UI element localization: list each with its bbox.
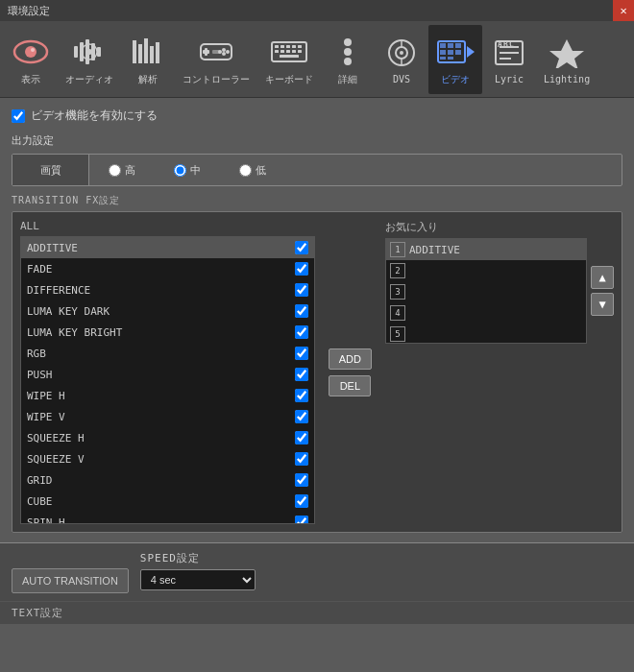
effect-name: LUMA KEY BRIGHT: [27, 326, 295, 339]
effect-row[interactable]: WIPE H: [21, 385, 314, 406]
fav-row[interactable]: 4: [386, 302, 586, 324]
all-label: ALL: [20, 220, 315, 232]
svg-text:C: C: [509, 40, 514, 49]
effect-checkbox[interactable]: [295, 241, 308, 254]
toolbar-label-audio: オーディオ: [65, 73, 113, 86]
effect-checkbox[interactable]: [295, 516, 308, 524]
effect-row[interactable]: SPIN H: [21, 512, 314, 524]
effect-name: RGB: [27, 348, 295, 360]
effect-row[interactable]: RGB: [21, 343, 314, 364]
video-enable-label[interactable]: ビデオ機能を有効にする: [31, 108, 158, 124]
svg-rect-46: [455, 43, 461, 48]
svg-rect-25: [280, 45, 284, 48]
fav-row[interactable]: 2: [386, 260, 586, 281]
dvs-icon: [382, 34, 421, 72]
controller-icon: [197, 33, 235, 71]
effect-checkbox[interactable]: [295, 325, 308, 339]
transition-fx-box: ALL ADDITIVEFADEDIFFERENCELUMA KEY DARKL…: [12, 211, 622, 533]
video-enable-checkbox[interactable]: [12, 109, 25, 123]
effect-row[interactable]: LUMA KEY DARK: [21, 300, 314, 322]
svg-rect-17: [203, 50, 209, 54]
effect-name: GRID: [27, 474, 295, 487]
radio-mid-label[interactable]: 中: [190, 163, 201, 178]
radio-high[interactable]: 高: [89, 155, 155, 185]
effect-row[interactable]: ADDITIVE: [21, 237, 314, 258]
keyboard-icon: [270, 33, 308, 71]
add-button[interactable]: ADD: [329, 348, 372, 370]
text-settings-label: TEXT設定: [12, 607, 64, 619]
effect-row[interactable]: CUBE: [21, 491, 314, 512]
svg-text:A: A: [498, 40, 502, 49]
effect-checkbox[interactable]: [295, 431, 308, 444]
radio-high-label[interactable]: 高: [125, 163, 135, 178]
effect-name: CUBE: [27, 495, 295, 508]
effect-checkbox[interactable]: [295, 262, 308, 276]
effect-checkbox[interactable]: [295, 410, 308, 423]
fav-num: 4: [390, 305, 405, 321]
fav-header: お気に入り: [385, 220, 614, 234]
speed-select[interactable]: 4 sec: [140, 569, 256, 590]
audio-icon: [70, 33, 109, 71]
fav-row[interactable]: 5: [386, 324, 586, 345]
title-bar: 環境設定 ✕: [0, 0, 634, 21]
toolbar-item-analyze[interactable]: 解析: [121, 25, 175, 94]
svg-point-21: [222, 52, 226, 56]
effect-name: ADDITIVE: [27, 242, 295, 254]
svg-text:B: B: [503, 40, 508, 49]
effects-list[interactable]: ADDITIVEFADEDIFFERENCELUMA KEY DARKLUMA …: [20, 236, 315, 524]
effect-checkbox[interactable]: [295, 389, 308, 402]
radio-low-label[interactable]: 低: [256, 163, 266, 178]
toolbar-item-controller[interactable]: コントローラー: [175, 25, 257, 94]
effect-checkbox[interactable]: [295, 452, 308, 466]
svg-point-2: [31, 48, 35, 52]
effect-checkbox[interactable]: [295, 368, 308, 381]
svg-point-19: [226, 50, 230, 54]
effect-row[interactable]: WIPE V: [21, 406, 314, 427]
auto-transition-button[interactable]: AUTO TRANSITION: [12, 568, 129, 593]
toolbar-item-lyric[interactable]: A B C Lyric: [482, 25, 536, 94]
toolbar-item-keyboard[interactable]: キーボード: [257, 25, 321, 94]
toolbar-label-analyze: 解析: [138, 73, 158, 86]
radio-low[interactable]: 低: [220, 155, 285, 185]
close-button[interactable]: ✕: [613, 0, 634, 21]
toolbar: 表示 オーディオ 解析: [0, 21, 634, 98]
effect-checkbox[interactable]: [295, 283, 308, 297]
svg-rect-47: [440, 50, 446, 55]
effect-row[interactable]: SQUEEZE H: [21, 427, 314, 448]
svg-point-36: [344, 48, 352, 56]
toolbar-item-video[interactable]: ビデオ: [428, 25, 482, 94]
svg-rect-48: [448, 50, 453, 55]
arrow-down-button[interactable]: ▼: [591, 293, 614, 316]
radio-mid[interactable]: 中: [155, 155, 220, 185]
effect-row[interactable]: GRID: [21, 469, 314, 491]
toolbar-label-controller: コントローラー: [183, 73, 250, 86]
svg-rect-30: [280, 50, 284, 53]
toolbar-item-audio[interactable]: オーディオ: [58, 25, 121, 94]
fav-list[interactable]: 1ADDITIVE2345: [385, 238, 587, 344]
toolbar-item-lighting[interactable]: Lighting: [536, 25, 597, 94]
effect-row[interactable]: PUSH: [21, 364, 314, 385]
fav-num: 5: [390, 326, 405, 342]
effect-row[interactable]: FADE: [21, 258, 314, 279]
effect-checkbox[interactable]: [295, 304, 308, 318]
toolbar-item-display[interactable]: 表示: [4, 25, 58, 94]
svg-marker-60: [549, 39, 584, 68]
toolbar-item-dvs[interactable]: DVS: [375, 25, 428, 94]
svg-rect-27: [292, 45, 296, 48]
effect-row[interactable]: LUMA KEY BRIGHT: [21, 322, 314, 343]
effect-row[interactable]: DIFFERENCE: [21, 279, 314, 300]
del-button[interactable]: DEL: [329, 375, 371, 396]
effect-checkbox[interactable]: [295, 347, 308, 360]
eye-icon: [12, 33, 50, 71]
fav-row[interactable]: 3: [386, 281, 586, 302]
title-bar-text: 環境設定: [8, 4, 50, 18]
effect-row[interactable]: SQUEEZE V: [21, 448, 314, 469]
arrow-up-button[interactable]: ▲: [591, 266, 614, 289]
svg-rect-13: [150, 46, 154, 63]
effect-checkbox[interactable]: [295, 494, 308, 508]
toolbar-item-detail[interactable]: 詳細: [321, 25, 375, 94]
fav-row[interactable]: 1ADDITIVE: [386, 239, 586, 260]
effect-name: SQUEEZE H: [27, 432, 295, 444]
effect-checkbox[interactable]: [295, 473, 308, 487]
favorites-panel: お気に入り 1ADDITIVE2345 ▲ ▼: [385, 220, 614, 524]
